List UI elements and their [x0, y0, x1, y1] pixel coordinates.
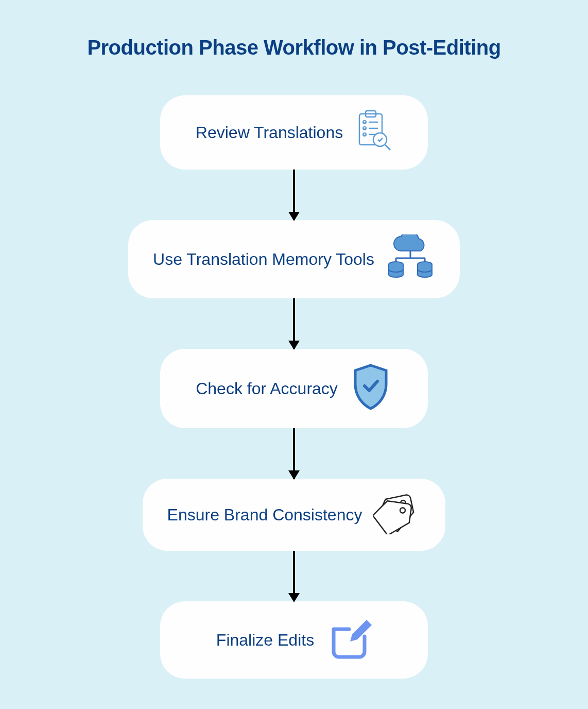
- step-review-translations: Review Translations: [160, 95, 428, 170]
- svg-line-9: [385, 145, 390, 150]
- arrow-icon: [293, 170, 295, 220]
- svg-point-8: [373, 133, 387, 146]
- edit-icon: [325, 616, 372, 664]
- clipboard-search-icon: [354, 110, 392, 155]
- arrow-icon: [293, 551, 295, 601]
- step-label: Review Translations: [196, 123, 343, 142]
- page-title: Production Phase Workflow in Post-Editin…: [31, 36, 557, 59]
- step-brand-consistency: Ensure Brand Consistency: [143, 479, 446, 551]
- step-label: Check for Accuracy: [196, 379, 338, 398]
- step-label: Finalize Edits: [216, 631, 314, 650]
- cloud-database-icon: [386, 234, 435, 284]
- workflow-diagram: Review Translations Use Translat: [31, 95, 557, 679]
- step-check-accuracy: Check for Accuracy: [160, 349, 428, 428]
- step-finalize-edits: Finalize Edits: [160, 601, 428, 679]
- step-label: Use Translation Memory Tools: [153, 250, 374, 269]
- shield-check-icon: [349, 363, 392, 414]
- tags-icon: [373, 493, 421, 536]
- arrow-icon: [293, 428, 295, 479]
- step-label: Ensure Brand Consistency: [167, 505, 362, 525]
- arrow-icon: [293, 298, 295, 349]
- step-translation-memory: Use Translation Memory Tools: [128, 220, 460, 298]
